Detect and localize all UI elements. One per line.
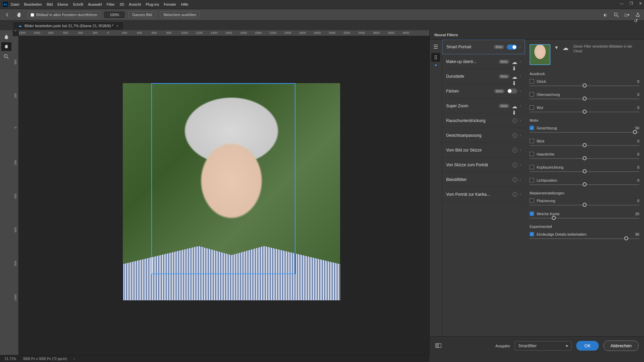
slider-checkbox[interactable] [530, 165, 534, 169]
face-dropdown-icon[interactable]: ▾ [555, 44, 558, 51]
cloud-icon: ☁ [562, 44, 569, 52]
slider-track[interactable] [530, 171, 639, 172]
menu-filter[interactable]: Filter [107, 2, 115, 6]
menu-hilfe[interactable]: Hilfe [181, 2, 188, 6]
face-thumbnail[interactable] [530, 44, 550, 65]
slider-thumb[interactable] [583, 156, 587, 160]
filter-toggle[interactable] [507, 45, 517, 50]
slider-track[interactable] [530, 99, 639, 99]
download-icon[interactable]: ☁⬇ [512, 103, 517, 109]
info-icon[interactable]: i [513, 148, 517, 153]
menu-plug-ins[interactable]: Plug-ins [146, 2, 159, 6]
info-icon[interactable]: i [513, 133, 517, 138]
slider-checkbox[interactable]: ✓ [530, 232, 534, 236]
slider-checkbox[interactable] [530, 105, 534, 110]
back-button[interactable] [3, 11, 11, 19]
neural-filters-panel: Neural Filters ☰ Smart PortraitBeta›Make… [429, 30, 644, 355]
filter-item[interactable]: Smart PortraitBeta› [442, 40, 525, 54]
info-icon[interactable]: i [513, 177, 517, 182]
blur-tool-icon[interactable] [1, 32, 11, 41]
hand-tool-icon[interactable] [1, 42, 11, 51]
download-icon[interactable]: ☁⬇ [512, 74, 517, 79]
slider-checkbox[interactable] [530, 139, 534, 143]
slider-thumb[interactable] [583, 97, 587, 101]
document-tab[interactable]: ☁ Bilder bearbeiten.psdc bei 21,7% (Eben… [13, 21, 123, 29]
slider-checkbox[interactable] [530, 92, 534, 97]
slider-checkbox[interactable] [530, 198, 534, 203]
info-icon[interactable]: i [513, 118, 517, 123]
scroll-all-checkbox[interactable]: Bildlauf in allen Fenstern durchführen [28, 11, 100, 18]
slider-track[interactable] [530, 238, 639, 239]
filter-name: Vom Porträt zur Karika... [446, 192, 513, 197]
download-icon[interactable]: ☁⬇ [512, 59, 517, 64]
filter-item[interactable]: DunsttiefeBeta☁⬇› [442, 69, 525, 84]
slider-track[interactable] [530, 85, 639, 86]
filter-item[interactable]: Super ZoomBeta☁⬇› [442, 99, 525, 113]
filter-item[interactable]: FärbenBeta› [442, 84, 525, 99]
status-chevron-icon[interactable]: › [74, 357, 75, 361]
slider-thumb[interactable] [633, 130, 637, 134]
filter-item[interactable]: Bleistiftfilteri› [442, 172, 525, 187]
zoom-tool-icon[interactable] [1, 52, 11, 61]
ok-button[interactable]: OK [576, 341, 599, 351]
menu-auswahl[interactable]: Auswahl [88, 2, 102, 6]
filter-item[interactable]: Vom Porträt zur Karika...i› [442, 187, 525, 202]
status-zoom[interactable]: 21,71% [5, 357, 16, 361]
slider-checkbox[interactable]: ✓ [530, 126, 534, 130]
before-after-icon[interactable] [435, 342, 442, 350]
filter-item[interactable]: Vom Bild zur Skizzei› [442, 143, 525, 158]
slider-checkbox[interactable]: ✓ [530, 212, 534, 216]
filter-wait-icon[interactable] [431, 53, 440, 62]
slider-checkbox[interactable] [530, 79, 534, 83]
restore-icon[interactable]: ❐ [630, 1, 633, 6]
slider-thumb[interactable] [583, 143, 587, 147]
filter-item[interactable]: Gesichtsanpassungi› [442, 128, 525, 143]
cancel-button[interactable]: Abbrechen [603, 341, 639, 351]
slider-track[interactable] [530, 184, 639, 185]
slider-track[interactable] [530, 145, 639, 146]
slider-track[interactable] [530, 218, 639, 219]
hand-tool-icon[interactable] [15, 11, 23, 19]
minimize-icon[interactable]: — [620, 1, 624, 6]
search-icon[interactable] [613, 12, 619, 18]
filter-toggle[interactable] [507, 88, 517, 94]
zoom-input[interactable] [104, 12, 124, 18]
menu-schrift[interactable]: Schrift [73, 2, 83, 6]
slider-track[interactable] [530, 158, 639, 159]
filter-item[interactable]: Make-up übertr...Beta☁⬇› [442, 54, 525, 69]
fill-screen-button[interactable]: Bildschirm ausfüllen [160, 11, 200, 18]
output-select[interactable]: Smartfilter▾ [515, 341, 572, 351]
menu-ebene[interactable]: Ebene [57, 2, 68, 6]
menu-bearbeiten[interactable]: Bearbeiten [24, 2, 42, 6]
slider-thumb[interactable] [552, 216, 556, 220]
slider-thumb[interactable] [583, 169, 587, 173]
filter-item[interactable]: Rauschunterdrückungi› [442, 113, 525, 128]
close-icon[interactable]: ✕ [639, 1, 642, 6]
slider-thumb[interactable] [583, 110, 587, 114]
info-icon[interactable]: i [513, 192, 517, 197]
menu-bild[interactable]: Bild [47, 2, 53, 6]
slider-placement: Platzierung0 [530, 198, 639, 205]
slider-thumb[interactable] [624, 236, 628, 240]
workspace-icon[interactable]: ◫▾ [624, 12, 630, 18]
filter-all-icon[interactable]: ☰ [431, 42, 440, 51]
slider-track[interactable] [530, 132, 639, 133]
cloud-sync-icon[interactable]: ◐ [602, 12, 608, 18]
slider-thumb[interactable] [583, 203, 587, 207]
canvas-viewport[interactable] [19, 36, 429, 355]
filter-item[interactable]: Von Skizze zum Porträti› [442, 158, 525, 172]
full-image-button[interactable]: Ganzes Bild [128, 11, 156, 18]
slider-checkbox[interactable] [530, 152, 534, 156]
slider-track[interactable] [530, 112, 639, 112]
share-icon[interactable] [635, 12, 641, 18]
slider-thumb[interactable] [583, 83, 587, 87]
menu-fenster[interactable]: Fenster [164, 2, 176, 6]
tab-close-icon[interactable]: × [116, 24, 118, 28]
slider-track[interactable] [530, 205, 639, 205]
info-icon[interactable]: i [513, 163, 517, 167]
menu-ansicht[interactable]: Ansicht [129, 2, 141, 6]
menu-datei[interactable]: Datei [11, 2, 19, 6]
slider-thumb[interactable] [583, 182, 587, 186]
menu-3d[interactable]: 3D [119, 2, 124, 6]
slider-checkbox[interactable] [530, 178, 534, 182]
